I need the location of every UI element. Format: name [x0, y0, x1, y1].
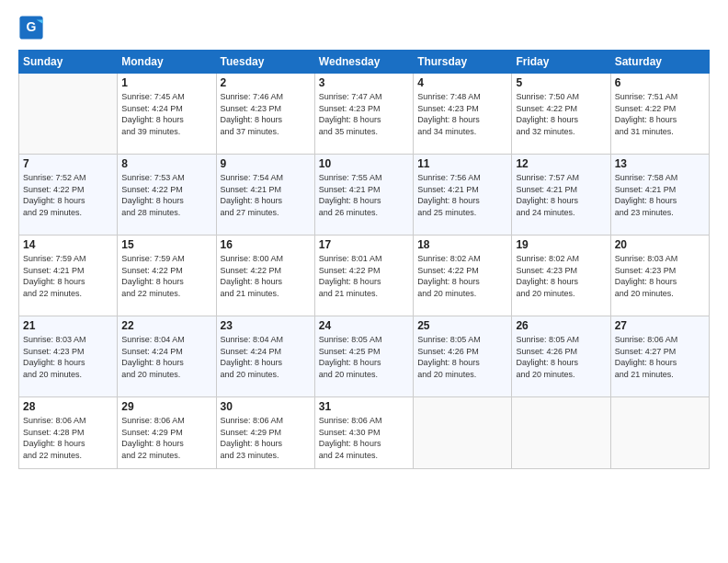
calendar-cell: 1Sunrise: 7:45 AM Sunset: 4:24 PM Daylig…: [118, 74, 216, 155]
day-info: Sunrise: 8:05 AM Sunset: 4:25 PM Dayligh…: [319, 334, 409, 380]
logo: G: [18, 15, 46, 40]
calendar-cell: [512, 397, 610, 469]
calendar-cell: 18Sunrise: 8:02 AM Sunset: 4:22 PM Dayli…: [414, 236, 512, 316]
calendar-cell: 25Sunrise: 8:05 AM Sunset: 4:26 PM Dayli…: [414, 316, 512, 397]
calendar-cell: 22Sunrise: 8:04 AM Sunset: 4:24 PM Dayli…: [118, 316, 216, 397]
calendar-week-row: 1Sunrise: 7:45 AM Sunset: 4:24 PM Daylig…: [19, 74, 710, 155]
day-number: 23: [221, 319, 311, 332]
calendar-week-row: 28Sunrise: 8:06 AM Sunset: 4:28 PM Dayli…: [19, 397, 710, 469]
day-number: 15: [121, 238, 211, 251]
day-info: Sunrise: 7:57 AM Sunset: 4:21 PM Dayligh…: [516, 172, 606, 218]
weekday-header-friday: Friday: [512, 51, 610, 74]
day-number: 16: [221, 238, 311, 251]
day-info: Sunrise: 7:48 AM Sunset: 4:23 PM Dayligh…: [417, 91, 507, 137]
day-number: 25: [417, 319, 507, 332]
calendar-cell: 20Sunrise: 8:03 AM Sunset: 4:23 PM Dayli…: [610, 236, 709, 316]
calendar-cell: 30Sunrise: 8:06 AM Sunset: 4:29 PM Dayli…: [216, 397, 314, 469]
day-number: 17: [319, 238, 409, 251]
calendar-cell: 3Sunrise: 7:47 AM Sunset: 4:23 PM Daylig…: [314, 74, 413, 155]
calendar-week-row: 7Sunrise: 7:52 AM Sunset: 4:22 PM Daylig…: [19, 155, 710, 236]
day-info: Sunrise: 7:58 AM Sunset: 4:21 PM Dayligh…: [615, 172, 705, 218]
day-number: 29: [121, 400, 211, 413]
day-info: Sunrise: 8:06 AM Sunset: 4:28 PM Dayligh…: [23, 415, 113, 461]
day-info: Sunrise: 7:56 AM Sunset: 4:21 PM Dayligh…: [417, 172, 507, 218]
calendar-cell: 26Sunrise: 8:05 AM Sunset: 4:26 PM Dayli…: [512, 316, 610, 397]
calendar-cell: 27Sunrise: 8:06 AM Sunset: 4:27 PM Dayli…: [610, 316, 709, 397]
weekday-header-row: SundayMondayTuesdayWednesdayThursdayFrid…: [19, 51, 710, 74]
day-info: Sunrise: 7:59 AM Sunset: 4:21 PM Dayligh…: [23, 253, 113, 299]
day-number: 31: [319, 400, 409, 413]
day-info: Sunrise: 8:03 AM Sunset: 4:23 PM Dayligh…: [615, 253, 705, 299]
day-info: Sunrise: 7:51 AM Sunset: 4:22 PM Dayligh…: [615, 91, 705, 137]
day-info: Sunrise: 8:00 AM Sunset: 4:22 PM Dayligh…: [221, 253, 311, 299]
day-info: Sunrise: 7:45 AM Sunset: 4:24 PM Dayligh…: [121, 91, 211, 137]
day-number: 21: [23, 319, 113, 332]
header: G: [18, 15, 710, 40]
day-number: 4: [417, 76, 507, 89]
day-info: Sunrise: 8:03 AM Sunset: 4:23 PM Dayligh…: [23, 334, 113, 380]
calendar-page: G SundayMondayTuesdayWednesdayThursdayFr…: [0, 0, 728, 563]
day-number: 18: [417, 238, 507, 251]
calendar-cell: 17Sunrise: 8:01 AM Sunset: 4:22 PM Dayli…: [314, 236, 413, 316]
day-number: 6: [615, 76, 705, 89]
calendar-cell: [414, 397, 512, 469]
calendar-week-row: 14Sunrise: 7:59 AM Sunset: 4:21 PM Dayli…: [19, 236, 710, 316]
calendar-cell: 7Sunrise: 7:52 AM Sunset: 4:22 PM Daylig…: [19, 155, 118, 236]
day-info: Sunrise: 7:47 AM Sunset: 4:23 PM Dayligh…: [319, 91, 409, 137]
day-info: Sunrise: 7:52 AM Sunset: 4:22 PM Dayligh…: [23, 172, 113, 218]
calendar-cell: 8Sunrise: 7:53 AM Sunset: 4:22 PM Daylig…: [118, 155, 216, 236]
day-number: 20: [615, 238, 705, 251]
day-info: Sunrise: 7:59 AM Sunset: 4:22 PM Dayligh…: [121, 253, 211, 299]
calendar-cell: 29Sunrise: 8:06 AM Sunset: 4:29 PM Dayli…: [118, 397, 216, 469]
day-number: 7: [23, 157, 113, 170]
calendar-cell: 28Sunrise: 8:06 AM Sunset: 4:28 PM Dayli…: [19, 397, 118, 469]
weekday-header-thursday: Thursday: [414, 51, 512, 74]
calendar-cell: [610, 397, 709, 469]
calendar-cell: 23Sunrise: 8:04 AM Sunset: 4:24 PM Dayli…: [216, 316, 314, 397]
weekday-header-monday: Monday: [118, 51, 216, 74]
day-info: Sunrise: 7:53 AM Sunset: 4:22 PM Dayligh…: [121, 172, 211, 218]
day-number: 27: [615, 319, 705, 332]
day-info: Sunrise: 8:02 AM Sunset: 4:23 PM Dayligh…: [516, 253, 606, 299]
day-number: 14: [23, 238, 113, 251]
calendar-cell: 31Sunrise: 8:06 AM Sunset: 4:30 PM Dayli…: [314, 397, 413, 469]
day-number: 8: [121, 157, 211, 170]
calendar-cell: 11Sunrise: 7:56 AM Sunset: 4:21 PM Dayli…: [414, 155, 512, 236]
calendar-cell: 12Sunrise: 7:57 AM Sunset: 4:21 PM Dayli…: [512, 155, 610, 236]
day-number: 30: [221, 400, 311, 413]
calendar-cell: 5Sunrise: 7:50 AM Sunset: 4:22 PM Daylig…: [512, 74, 610, 155]
day-number: 19: [516, 238, 606, 251]
logo-icon: G: [18, 15, 44, 40]
calendar-cell: 19Sunrise: 8:02 AM Sunset: 4:23 PM Dayli…: [512, 236, 610, 316]
calendar-cell: 4Sunrise: 7:48 AM Sunset: 4:23 PM Daylig…: [414, 74, 512, 155]
day-number: 11: [417, 157, 507, 170]
day-info: Sunrise: 8:04 AM Sunset: 4:24 PM Dayligh…: [121, 334, 211, 380]
day-number: 3: [319, 76, 409, 89]
day-number: 24: [319, 319, 409, 332]
calendar-week-row: 21Sunrise: 8:03 AM Sunset: 4:23 PM Dayli…: [19, 316, 710, 397]
day-number: 5: [516, 76, 606, 89]
day-info: Sunrise: 8:05 AM Sunset: 4:26 PM Dayligh…: [516, 334, 606, 380]
day-info: Sunrise: 8:05 AM Sunset: 4:26 PM Dayligh…: [417, 334, 507, 380]
calendar-cell: 15Sunrise: 7:59 AM Sunset: 4:22 PM Dayli…: [118, 236, 216, 316]
calendar-table: SundayMondayTuesdayWednesdayThursdayFrid…: [18, 50, 710, 469]
weekday-header-saturday: Saturday: [610, 51, 709, 74]
day-number: 2: [221, 76, 311, 89]
weekday-header-wednesday: Wednesday: [314, 51, 413, 74]
day-info: Sunrise: 7:55 AM Sunset: 4:21 PM Dayligh…: [319, 172, 409, 218]
weekday-header-tuesday: Tuesday: [216, 51, 314, 74]
calendar-cell: 13Sunrise: 7:58 AM Sunset: 4:21 PM Dayli…: [610, 155, 709, 236]
calendar-cell: 2Sunrise: 7:46 AM Sunset: 4:23 PM Daylig…: [216, 74, 314, 155]
calendar-cell: 6Sunrise: 7:51 AM Sunset: 4:22 PM Daylig…: [610, 74, 709, 155]
weekday-header-sunday: Sunday: [19, 51, 118, 74]
calendar-cell: 21Sunrise: 8:03 AM Sunset: 4:23 PM Dayli…: [19, 316, 118, 397]
day-number: 1: [121, 76, 211, 89]
day-info: Sunrise: 8:02 AM Sunset: 4:22 PM Dayligh…: [417, 253, 507, 299]
day-info: Sunrise: 7:54 AM Sunset: 4:21 PM Dayligh…: [221, 172, 311, 218]
day-number: 22: [121, 319, 211, 332]
day-info: Sunrise: 8:06 AM Sunset: 4:27 PM Dayligh…: [615, 334, 705, 380]
day-info: Sunrise: 7:46 AM Sunset: 4:23 PM Dayligh…: [221, 91, 311, 137]
day-number: 9: [221, 157, 311, 170]
day-info: Sunrise: 8:06 AM Sunset: 4:29 PM Dayligh…: [121, 415, 211, 461]
day-info: Sunrise: 8:01 AM Sunset: 4:22 PM Dayligh…: [319, 253, 409, 299]
